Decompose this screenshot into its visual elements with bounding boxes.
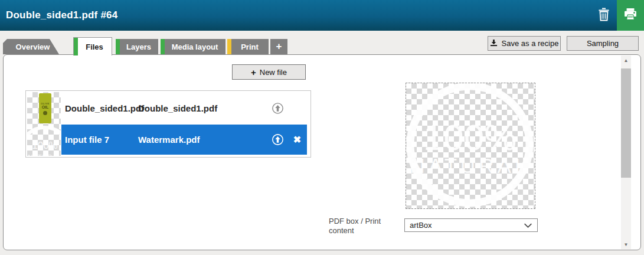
close-icon: ✖ <box>293 135 301 145</box>
file-rows: Double_sided1.pdf Double_sided1.pdf Inpu… <box>61 91 307 155</box>
print-button[interactable] <box>617 0 644 31</box>
svg-text:NATURAL: NATURAL <box>28 153 61 156</box>
tab-label: Layers <box>123 42 151 51</box>
tab-print[interactable]: Print <box>227 39 269 54</box>
scroll-up-button[interactable]: ▲ <box>621 55 631 65</box>
scroll-down-button[interactable]: ▼ <box>621 240 631 249</box>
new-file-button[interactable]: + New file <box>232 64 306 80</box>
file-filename-cell: Double_sided1.pdf <box>138 103 268 113</box>
tab-accent-bar <box>227 39 231 54</box>
file-thumbnail: OLIVE OIL 100% NATURAL <box>27 92 61 156</box>
save-as-recipe-button[interactable]: Save as a recipe <box>488 36 561 51</box>
file-filename-cell: Watermark.pdf <box>138 135 268 145</box>
new-file-label: New file <box>260 68 287 77</box>
tab-label: Print <box>237 42 259 51</box>
tab-accent-bar <box>74 38 78 55</box>
scroll-up-icon: ▲ <box>624 58 629 63</box>
scroll-down-icon: ▼ <box>624 242 629 247</box>
upload-file-button[interactable] <box>268 133 287 146</box>
tab-label: Media layout <box>168 42 218 51</box>
pdf-box-value: artBox <box>410 221 432 230</box>
file-name-cell: Double_sided1.pdf <box>65 103 138 113</box>
watermark-preview: 100% NATURAL <box>406 83 535 209</box>
plus-icon: + <box>276 41 282 53</box>
tab-label: Overview <box>12 42 50 51</box>
upload-file-button[interactable] <box>268 102 287 115</box>
tab-accent-bar <box>161 39 165 54</box>
file-name-cell: Input file 7 <box>65 135 138 145</box>
save-as-recipe-label: Save as a recipe <box>502 39 559 48</box>
printer-icon <box>622 6 639 25</box>
remove-file-button[interactable]: ✖ <box>287 133 307 146</box>
vertical-scrollbar[interactable]: ▲ ▼ <box>621 55 631 249</box>
tab-files[interactable]: Files <box>73 37 112 55</box>
delete-job-button[interactable] <box>590 0 617 31</box>
save-download-icon <box>490 39 498 48</box>
arrow-up-circle-icon <box>271 102 285 115</box>
pdf-box-label: PDF box / Print content <box>329 217 383 236</box>
olive-label-thumbnail: OLIVE OIL <box>39 93 51 123</box>
tab-layers[interactable]: Layers <box>116 39 158 54</box>
watermark-image: 100% NATURAL <box>406 83 535 208</box>
svg-text:NATURAL: NATURAL <box>410 154 530 177</box>
chevron-down-icon <box>524 221 532 231</box>
file-list: OLIVE OIL 100% NATURAL Double_sided1.pdf… <box>25 90 311 158</box>
file-row-watermark-selected[interactable]: Input file 7 Watermark.pdf ✖ <box>61 125 307 155</box>
sampling-label: Sampling <box>587 39 619 48</box>
empty-icon-slot <box>287 102 307 115</box>
title-bar: Double_sided1.pdf #64 <box>0 0 644 31</box>
sampling-button[interactable]: Sampling <box>567 36 639 51</box>
thumb-label-emblem <box>43 111 47 115</box>
plus-icon: + <box>251 68 256 77</box>
file-row-double-sided[interactable]: Double_sided1.pdf Double_sided1.pdf <box>61 91 307 125</box>
tab-accent-bar <box>116 39 120 54</box>
arrow-up-circle-icon <box>271 133 285 146</box>
thumb-watermark: 100% NATURAL <box>27 125 61 156</box>
tab-overview[interactable]: Overview <box>3 39 59 54</box>
svg-text:100%: 100% <box>423 117 517 158</box>
svg-text:100%: 100% <box>32 140 57 151</box>
trash-icon <box>596 6 612 25</box>
window-title: Double_sided1.pdf #64 <box>6 0 117 31</box>
thumb-label-text: OIL <box>42 105 49 109</box>
tab-label: Files <box>82 42 103 51</box>
add-tab-button[interactable]: + <box>270 39 287 54</box>
tab-media-layout[interactable]: Media layout <box>161 39 225 54</box>
scrollbar-thumb[interactable] <box>621 68 631 178</box>
pdf-box-select[interactable]: artBox <box>404 218 538 232</box>
